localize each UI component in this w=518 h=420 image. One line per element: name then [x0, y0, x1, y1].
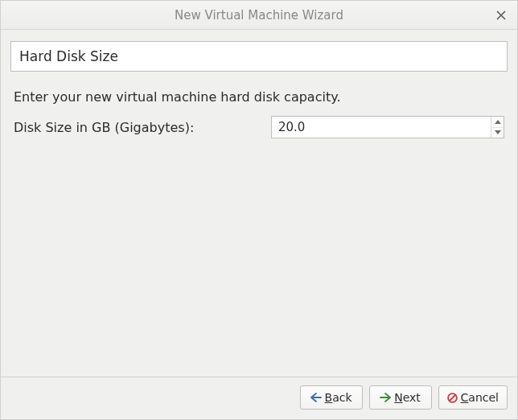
next-button[interactable]: Next: [369, 385, 432, 410]
spinner-down-button[interactable]: [491, 128, 504, 138]
back-button-label: Back: [325, 391, 352, 404]
chevron-up-icon: [495, 120, 501, 124]
titlebar: New Virtual Machine Wizard: [1, 1, 517, 30]
step-title: Hard Disk Size: [19, 48, 118, 64]
chevron-down-icon: [495, 130, 501, 134]
next-button-label: Next: [394, 391, 421, 404]
disk-size-input[interactable]: [271, 116, 504, 138]
close-button[interactable]: [491, 6, 511, 25]
content-area: Hard Disk Size Enter your new virtual ma…: [1, 30, 517, 377]
cancel-button-label: Cancel: [461, 391, 499, 404]
disk-size-row: Disk Size in GB (Gigabytes):: [14, 116, 504, 138]
disk-size-field: [271, 116, 504, 138]
spinner-up-button[interactable]: [491, 117, 504, 128]
close-icon: [496, 8, 506, 23]
arrow-left-icon: [310, 393, 322, 402]
window-title: New Virtual Machine Wizard: [1, 8, 517, 23]
disk-size-label: Disk Size in GB (Gigabytes):: [14, 120, 202, 135]
cancel-button[interactable]: Cancel: [438, 385, 508, 410]
svg-line-1: [450, 395, 455, 401]
footer-buttons: Back Next Cancel: [1, 377, 517, 419]
wizard-window: New Virtual Machine Wizard Hard Disk Siz…: [0, 0, 518, 420]
cancel-icon: [447, 393, 458, 403]
content-spacer: [10, 138, 508, 369]
spinner-buttons: [491, 117, 504, 138]
step-banner: Hard Disk Size: [10, 41, 508, 72]
intro-text: Enter your new virtual machine hard disk…: [14, 89, 504, 105]
back-button[interactable]: Back: [300, 385, 363, 410]
arrow-right-icon: [380, 393, 391, 402]
